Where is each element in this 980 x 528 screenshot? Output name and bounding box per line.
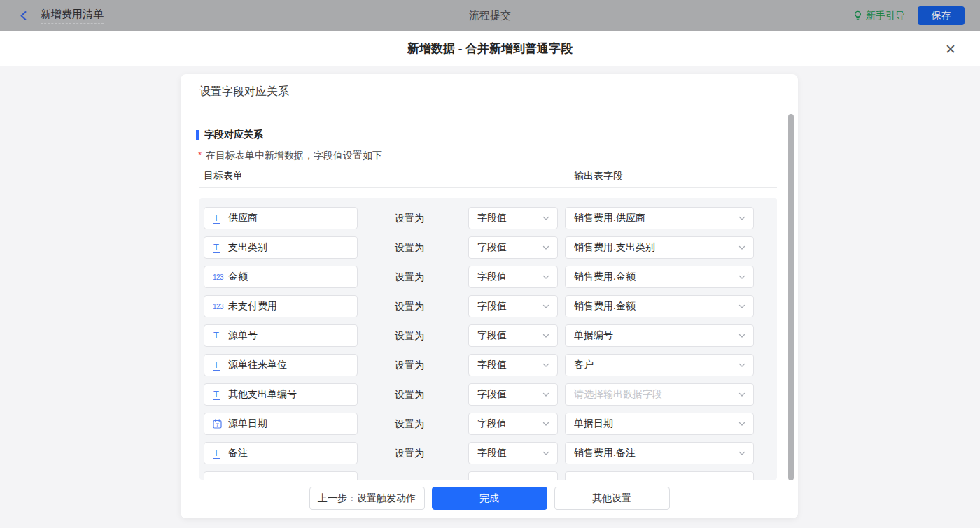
screen: 新增费用清单 流程提交 新手引导 保存 新增数据 - 合并新增到普通字段 ✕ 设… [0, 0, 980, 528]
output-field-select[interactable]: 销售费用.备注 [565, 442, 754, 464]
target-field-label: 金额 [228, 271, 248, 283]
set-as-label: 设置为 [395, 383, 424, 406]
output-field-select[interactable]: 销售费用.金额 [565, 295, 754, 317]
column-header-divider [200, 187, 777, 188]
section-accent-bar [196, 130, 199, 140]
save-button[interactable]: 保存 [918, 6, 965, 25]
chevron-down-icon [542, 302, 550, 311]
set-as-label: 设置为 [395, 354, 424, 376]
target-field-label: 其他支出单编号 [228, 388, 297, 401]
value-mode-value: 字段值 [477, 329, 542, 342]
field-mapping-row: T 源单号 设置为 字段值 单据编号 [200, 324, 777, 347]
set-as-label: 设置为 [395, 324, 424, 347]
chevron-down-icon [738, 273, 746, 281]
top-bar-center-title: 流程提交 [0, 9, 980, 22]
output-field-value: 销售费用.金额 [574, 271, 738, 283]
value-mode-select[interactable]: 字段值 [468, 413, 558, 435]
value-mode-select[interactable]: 字段值 [468, 236, 558, 259]
output-field-select[interactable]: 销售费用.支出类别 [565, 236, 754, 259]
value-mode-select[interactable]: 字段值 [468, 207, 558, 229]
top-bar-right: 新手引导 保存 [853, 0, 965, 31]
field-mapping-row: 7 源单日期 设置为 字段值 单据日期 [200, 413, 777, 435]
target-field-input[interactable]: T 其他支出单编号 [204, 383, 358, 406]
value-mode-select[interactable]: 字段值 [468, 324, 558, 347]
output-field-value: 销售费用.金额 [574, 300, 738, 313]
output-field-value: 销售费用.备注 [574, 447, 738, 459]
target-field-input[interactable]: T 源单往来单位 [204, 354, 358, 376]
target-field-input[interactable]: 123 金额 [204, 266, 358, 288]
chevron-down-icon [738, 361, 746, 369]
output-field-select[interactable]: 销售费用.金额 [565, 266, 754, 288]
done-button[interactable]: 完成 [432, 487, 547, 510]
card-footer: 上一步：设置触发动作 完成 其他设置 [181, 480, 798, 518]
target-field-label: 备注 [228, 447, 248, 459]
value-mode-select[interactable]: 字段值 [468, 442, 558, 464]
output-field-select[interactable]: 销售费用.供应商 [565, 207, 754, 229]
svg-text:7: 7 [216, 422, 218, 428]
chevron-down-icon [738, 420, 746, 428]
target-field-input[interactable]: 123 未支付费用 [204, 295, 358, 317]
modal-body: 设置字段对应关系 字段对应关系 * 在目标表单中新增数据，字段值设置如下 目标表… [0, 66, 980, 528]
beginner-guide-link[interactable]: 新手引导 [853, 10, 905, 22]
column-header-target-form: 目标表单 [204, 170, 243, 183]
set-as-label: 设置为 [395, 236, 424, 259]
field-mapping-row: T 其他支出单编号 设置为 字段值 请选择输出数据字段 [200, 383, 777, 406]
target-field-input[interactable]: 7 源单日期 [204, 413, 358, 435]
field-mapping-row [200, 471, 777, 480]
output-field-select[interactable]: 单据日期 [565, 413, 754, 435]
value-mode-value: 字段值 [477, 359, 542, 371]
value-mode-select[interactable]: 字段值 [468, 266, 558, 288]
chevron-down-icon [542, 273, 550, 281]
value-mode-select[interactable]: 字段值 [468, 354, 558, 376]
text-field-icon: T [213, 331, 228, 341]
chevron-down-icon [542, 390, 550, 399]
field-mapping-row: 123 金额 设置为 字段值 销售费用.金额 [200, 266, 777, 288]
vertical-scrollbar-thumb[interactable] [788, 114, 794, 480]
text-field-icon: T [213, 243, 228, 253]
field-mapping-row: 123 未支付费用 设置为 字段值 销售费用.金额 [200, 295, 777, 317]
settings-card: 设置字段对应关系 字段对应关系 * 在目标表单中新增数据，字段值设置如下 目标表… [181, 74, 798, 518]
chevron-down-icon [738, 302, 746, 311]
output-field-select[interactable] [565, 471, 754, 480]
target-field-input[interactable]: T 备注 [204, 442, 358, 464]
modal-header: 新增数据 - 合并新增到普通字段 ✕ [0, 31, 980, 66]
value-mode-value: 字段值 [477, 241, 542, 254]
previous-step-button[interactable]: 上一步：设置触发动作 [309, 487, 425, 510]
target-field-label: 未支付费用 [228, 300, 277, 313]
lightbulb-icon [853, 10, 862, 21]
value-mode-value: 字段值 [477, 212, 542, 224]
chevron-down-icon [738, 214, 746, 222]
section-description: * 在目标表单中新增数据，字段值设置如下 [198, 150, 382, 162]
value-mode-value: 字段值 [477, 300, 542, 313]
value-mode-select[interactable] [468, 471, 558, 480]
section-title-label: 字段对应关系 [204, 129, 263, 141]
target-field-input[interactable]: T 源单号 [204, 324, 358, 347]
close-icon[interactable]: ✕ [938, 31, 963, 66]
set-as-label: 设置为 [395, 266, 424, 288]
column-header-output-field: 输出表字段 [574, 170, 623, 183]
chevron-down-icon [738, 331, 746, 340]
other-settings-button[interactable]: 其他设置 [554, 487, 670, 510]
value-mode-select[interactable]: 字段值 [468, 295, 558, 317]
output-field-select[interactable]: 单据编号 [565, 324, 754, 347]
card-header-title: 设置字段对应关系 [181, 74, 798, 108]
chevron-down-icon [738, 243, 746, 252]
output-field-select[interactable]: 请选择输出数据字段 [565, 383, 754, 406]
output-field-select[interactable]: 客户 [565, 354, 754, 376]
section-title: 字段对应关系 [196, 129, 263, 141]
value-mode-value: 字段值 [477, 388, 542, 401]
target-field-input[interactable] [204, 471, 358, 480]
output-field-value: 客户 [574, 359, 738, 371]
value-mode-select[interactable]: 字段值 [468, 383, 558, 406]
target-field-input[interactable]: T 供应商 [204, 207, 358, 229]
chevron-down-icon [738, 449, 746, 457]
field-mapping-row: T 供应商 设置为 字段值 销售费用.供应商 [200, 207, 777, 229]
target-field-label: 支出类别 [228, 241, 267, 254]
target-field-label: 源单往来单位 [228, 359, 287, 371]
target-field-input[interactable]: T 支出类别 [204, 236, 358, 259]
top-bar: 新增费用清单 流程提交 新手引导 保存 [0, 0, 980, 31]
field-mapping-panel: T 供应商 设置为 字段值 销售费用.供应商 T 支出类别 设置为 字段值 销售… [200, 198, 777, 480]
chevron-down-icon [542, 331, 550, 340]
text-field-icon: T [213, 390, 228, 400]
target-field-label: 供应商 [228, 212, 258, 224]
